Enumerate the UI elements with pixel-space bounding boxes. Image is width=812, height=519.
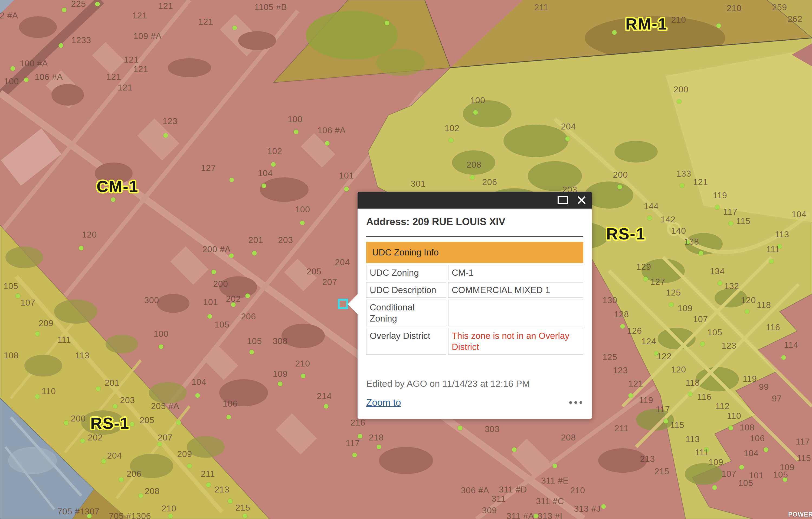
parcel-label: 142: [661, 215, 675, 224]
parcel-label: 106: [750, 433, 765, 443]
parcel-label: 138: [684, 237, 699, 247]
maximize-button[interactable]: [557, 194, 569, 206]
address-point-icon: [669, 303, 674, 307]
parcel-label: 206: [241, 311, 256, 322]
parcel-label: 311 #C: [536, 496, 564, 506]
parcel-label: 201: [249, 235, 263, 245]
parcel-label: 111: [57, 335, 71, 345]
parcel-label: 705 #1306: [109, 511, 151, 519]
zone-label: RS-1: [90, 414, 129, 433]
address-point-icon: [35, 332, 40, 336]
parcel-label: 203: [120, 395, 135, 405]
parcel-label: 144: [644, 201, 659, 211]
table-cell-label: Conditional Zoning: [366, 300, 446, 326]
parcel-label: 112: [715, 401, 730, 411]
parcel-label: 116: [697, 392, 712, 402]
parcel-label: 104: [792, 209, 807, 219]
address-point-icon: [159, 345, 164, 349]
parcel-label: 1105 #B: [255, 2, 287, 12]
section-header: UDC Zoning Info: [366, 242, 583, 263]
address-point-icon: [35, 394, 40, 399]
parcel-label: 122: [657, 351, 672, 361]
parcel-label: 121: [134, 64, 148, 74]
parcel-label: 311 #D: [499, 485, 527, 495]
parcel-label: 313 #I: [538, 511, 562, 519]
address-point-icon: [95, 2, 100, 6]
parcel-label: 311 #A: [506, 511, 534, 519]
parcel-label: 120: [82, 230, 97, 240]
address-point-icon: [643, 277, 648, 281]
parcel-label: 105: [738, 478, 753, 488]
parcel-label: 313 #J: [574, 504, 601, 514]
parcel-label: 200 #A: [202, 244, 231, 254]
parcel-label: 105: [3, 281, 19, 291]
parcel-label: 311 #E: [541, 476, 569, 486]
popup-header: [357, 192, 592, 209]
address-point-icon: [781, 355, 786, 360]
parcel-label: 200: [613, 170, 628, 180]
parcel-label: 107: [722, 469, 736, 479]
parcel-label: 140: [671, 226, 686, 236]
parcel-label: 113: [75, 351, 90, 360]
parcel-label: 121: [106, 72, 121, 82]
address-point-icon: [208, 314, 212, 319]
address-point-icon: [300, 221, 305, 225]
parcel-label: 118: [757, 300, 771, 310]
close-button[interactable]: [576, 194, 588, 206]
parcel-label: 107: [21, 298, 35, 308]
parcel-label: 200: [213, 279, 228, 289]
parcel-label: 204: [335, 257, 350, 267]
address-point-icon: [228, 499, 232, 503]
popup-divider: [366, 236, 583, 237]
parcel-label: 209: [39, 318, 54, 328]
parcel-label: 133: [676, 169, 691, 179]
parcel-label: 106: [223, 399, 238, 409]
parcel-label: 705 #1307: [57, 507, 99, 517]
selected-feature-marker[interactable]: [338, 299, 348, 309]
address-point-icon: [196, 393, 200, 398]
address-point-icon: [96, 386, 101, 391]
parcel-label: 109: [273, 369, 288, 379]
parcel-label: 200: [674, 84, 689, 94]
parcel-label: 100: [295, 204, 310, 215]
address-point-icon: [164, 133, 168, 138]
parcel-label: 218: [369, 433, 384, 443]
address-point-icon: [553, 464, 557, 468]
address-point-icon: [59, 43, 63, 48]
address-point-icon: [176, 420, 181, 425]
address-point-icon: [232, 26, 237, 30]
parcel-label: 210: [295, 359, 310, 368]
address-point-icon: [24, 78, 29, 82]
parcel-label: 204: [107, 451, 122, 461]
parcel-label: 121: [133, 10, 147, 21]
address-point-icon: [729, 426, 733, 431]
address-point-icon: [80, 439, 85, 443]
address-point-icon: [10, 66, 15, 71]
parcel-label: 111: [766, 244, 780, 254]
parcel-label: 1233: [71, 35, 91, 45]
parcel-label: 301: [411, 179, 426, 189]
table-cell-label: UDC Description: [366, 282, 446, 298]
zoom-to-link[interactable]: Zoom to: [366, 397, 401, 408]
address-point-icon: [717, 24, 721, 28]
parcel-label: 120: [741, 295, 756, 305]
parcel-label: 101: [203, 297, 218, 307]
zone-label: RS-1: [606, 224, 645, 243]
address-point-icon: [377, 445, 381, 449]
parcel-label: 121: [118, 83, 133, 93]
parcel-label: 130: [603, 295, 617, 305]
parcel-label: 117: [723, 207, 737, 217]
parcel-label: 97: [772, 393, 782, 404]
parcel-label: 114: [784, 340, 799, 350]
ellipsis-menu-button[interactable]: [568, 399, 583, 407]
address-point-icon: [620, 324, 625, 329]
address-point-icon: [62, 8, 66, 12]
table-cell-value: This zone is not in an Overlay District: [448, 328, 583, 355]
address-point-icon: [680, 183, 685, 188]
address-point-icon: [278, 382, 283, 386]
address-point-icon: [187, 464, 192, 468]
address-point-icon: [718, 281, 722, 285]
address-point-icon: [602, 504, 606, 509]
parcel-label: 110: [727, 411, 742, 421]
parcel-label: 127: [201, 163, 216, 173]
